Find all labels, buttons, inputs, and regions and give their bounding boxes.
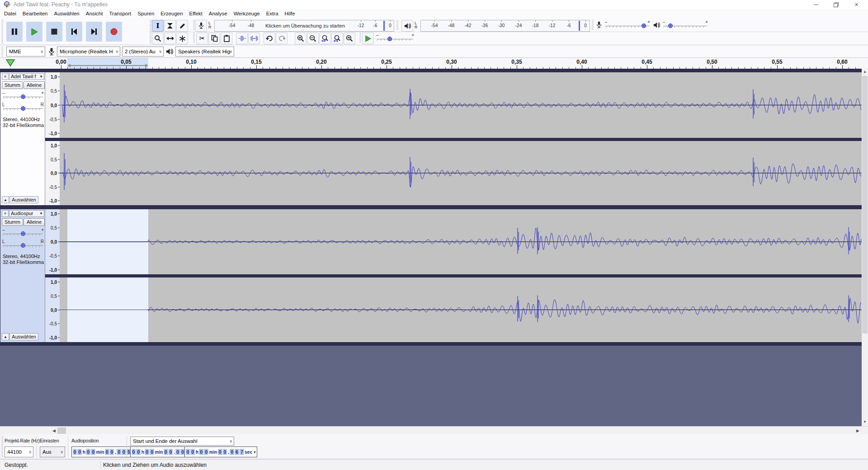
pause-button[interactable] (6, 22, 23, 42)
time-digit[interactable]: 0 (73, 449, 77, 455)
play-at-speed-grip[interactable] (359, 33, 361, 43)
envelope-tool-button[interactable] (164, 20, 176, 32)
collapse-button[interactable]: ▲ (2, 333, 9, 340)
tools-toolbar-grip[interactable] (150, 20, 151, 44)
time-digit[interactable]: 6 (235, 449, 239, 455)
time-digit[interactable]: 0 (223, 449, 227, 455)
time-digit[interactable]: 0 (110, 449, 114, 455)
time-digit[interactable]: 0 (77, 449, 82, 455)
menu-bearbeiten[interactable]: Bearbeiten (19, 9, 51, 18)
pan-slider-thumb[interactable] (21, 106, 25, 111)
play-speed-slider-thumb[interactable] (387, 37, 392, 41)
vertical-scroll-thumb[interactable] (862, 76, 868, 334)
menu-spuren[interactable]: Spuren (134, 9, 157, 18)
time-digit[interactable]: 7 (240, 449, 244, 455)
cut-button[interactable]: ✂ (196, 33, 208, 44)
project-rate-select[interactable]: 44100∨ (5, 446, 33, 457)
time-digit[interactable]: 0 (117, 449, 121, 455)
time-digit[interactable]: 0 (105, 449, 109, 455)
pan-slider[interactable]: LR (2, 103, 44, 114)
selection-toolbar-grip[interactable] (1, 436, 3, 457)
restore-button[interactable] (826, 0, 846, 9)
time-digit[interactable]: 0 (136, 449, 141, 455)
mixer-toolbar-grip[interactable] (592, 20, 594, 31)
vertical-scale-ruler[interactable]: 1,00,50,0-0,5-1,0 (45, 72, 60, 138)
waveform-channel[interactable] (60, 141, 862, 205)
close-button[interactable]: × (846, 0, 867, 9)
zoom-tool-button[interactable] (152, 33, 164, 44)
track-select-button[interactable]: Auswählen (9, 196, 38, 203)
time-digit[interactable]: 0 (190, 449, 195, 455)
waveform-channel[interactable] (60, 209, 862, 274)
waveform-channel[interactable] (60, 72, 862, 138)
menu-auswählen[interactable]: Auswählen (51, 9, 82, 18)
time-digit[interactable]: 0 (164, 449, 168, 455)
selection-mode-select[interactable]: Start und Ende der Auswahl∨ (130, 437, 234, 446)
play-speed-slider[interactable]: –+ (376, 33, 414, 44)
playback-device-select[interactable]: Speakers (Realtek Hig∨ (175, 47, 234, 56)
time-digit[interactable]: 0 (199, 449, 203, 455)
chevron-down-icon[interactable]: ▼ (253, 451, 256, 454)
record-meter-button[interactable] (195, 20, 207, 32)
timeline-selection[interactable] (67, 58, 148, 69)
solo-button[interactable]: Alleine (24, 81, 45, 89)
vertical-scrollbar[interactable]: ▲ ▼ (862, 69, 868, 426)
draw-tool-button[interactable] (176, 20, 188, 32)
zoomin-button[interactable] (295, 33, 307, 44)
play-at-speed-button[interactable] (362, 33, 374, 44)
prev-button[interactable] (66, 22, 82, 42)
stop-button[interactable] (46, 22, 62, 42)
time-digit[interactable]: 0 (86, 449, 90, 455)
multi-tool-button[interactable] (176, 33, 188, 44)
meter-monitor-hint[interactable]: Klicken um Überwachung zu starten (264, 23, 347, 28)
fitsel-button[interactable] (319, 33, 331, 44)
time-digit[interactable]: 0 (175, 449, 180, 455)
playback-meter-bar[interactable]: -54-48-42-36-30-24-18-12-60 (420, 20, 590, 32)
playback-volume-slider[interactable]: –+ (663, 20, 708, 31)
time-digit[interactable]: 0 (132, 449, 136, 455)
time-digit[interactable]: 0 (122, 449, 126, 455)
record-button[interactable] (106, 22, 122, 42)
pan-slider[interactable]: LR (2, 240, 44, 251)
playback-meter-grip[interactable] (396, 20, 398, 31)
zoomout-button[interactable] (307, 33, 319, 44)
scroll-down-arrow[interactable]: ▼ (862, 420, 868, 424)
menu-effekt[interactable]: Effekt (186, 9, 206, 18)
silence-button[interactable] (248, 33, 260, 44)
vertical-scale-ruler[interactable]: 1,00,50,0-0,5-1,0 (45, 141, 60, 205)
track-close-button[interactable]: × (2, 73, 9, 80)
track-title-menu[interactable]: Audiospur▼ (9, 210, 44, 217)
horizontal-scrollbar[interactable]: ◀ ▶ (0, 426, 868, 434)
pan-slider-thumb[interactable] (21, 243, 25, 248)
snap-select[interactable]: Aus∨ (40, 446, 65, 457)
scroll-up-arrow[interactable]: ▲ (862, 70, 868, 74)
collapse-button[interactable]: ▲ (2, 196, 9, 203)
audio-host-select[interactable]: MME∨ (6, 47, 45, 56)
recording-device-select[interactable]: Microphone (Realtek H∨ (57, 47, 120, 56)
track-select-button[interactable]: Auswählen (9, 333, 38, 340)
scroll-right-arrow[interactable]: ▶ (854, 428, 861, 434)
time-digit[interactable]: 0 (150, 449, 154, 455)
time-digit[interactable]: 0 (145, 449, 149, 455)
track-title-menu[interactable]: Adel Tawil f▼ (9, 73, 44, 80)
mute-button[interactable]: Stumm (2, 81, 23, 89)
trim-button[interactable] (236, 33, 248, 44)
gain-slider-thumb[interactable] (21, 231, 25, 236)
solo-button[interactable]: Alleine (24, 218, 45, 226)
vertical-scale-ruler[interactable]: 1,00,50,0-0,5-1,0 (45, 209, 60, 274)
minimize-button[interactable] (806, 0, 826, 9)
menu-werkzeuge[interactable]: Werkzeuge (231, 9, 263, 18)
transport-toolbar-grip[interactable] (1, 20, 3, 44)
menu-erzeugen[interactable]: Erzeugen (157, 9, 186, 18)
menu-transport[interactable]: Transport (106, 9, 134, 18)
timeline-ruler[interactable]: 0,000,050,100,150,200,250,300,350,400,45… (0, 58, 868, 69)
scroll-left-arrow[interactable]: ◀ (51, 428, 57, 434)
playback-meter-button[interactable] (401, 20, 413, 32)
copy-button[interactable] (208, 33, 220, 44)
zoomtoggle-button[interactable] (344, 33, 355, 44)
timeline-pin-icon[interactable] (5, 59, 15, 67)
redo-button[interactable] (276, 33, 288, 44)
waveform-channel[interactable] (60, 277, 862, 342)
paste-button[interactable] (221, 33, 232, 44)
gain-slider-thumb[interactable] (21, 94, 25, 99)
